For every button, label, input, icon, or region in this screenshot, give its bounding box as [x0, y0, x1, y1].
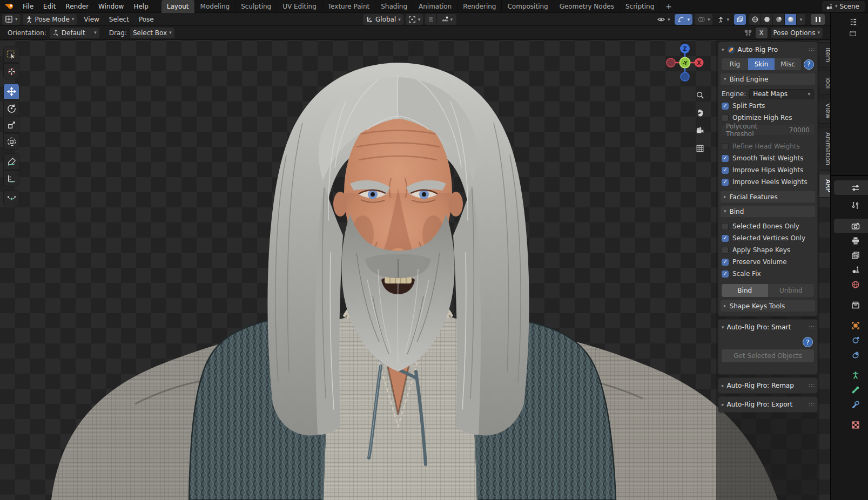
workspace-tab-scripting[interactable]: Scripting [620, 0, 660, 13]
workspace-tab-compositing[interactable]: Compositing [502, 0, 554, 13]
checkbox-scale-fix[interactable]: ✓ Scale Fix [722, 268, 814, 280]
annotate-tool[interactable] [3, 153, 19, 170]
cursor-tool[interactable] [3, 63, 19, 79]
checkbox-selected-vertices-only[interactable]: ✓ Selected Vertices Only [722, 232, 814, 244]
workspace-tab-sculpting[interactable]: Sculpting [235, 0, 277, 13]
transform-tool[interactable] [3, 133, 19, 150]
orientation-default-dropdown[interactable]: Default ▾ [50, 28, 99, 38]
properties-tab-collection[interactable] [831, 298, 868, 312]
shading-rendered-button[interactable] [785, 14, 797, 25]
editor-type-button[interactable]: ▾ [2, 14, 21, 25]
section-shape-keys-tools[interactable]: ▸ Shape Keys Tools [721, 300, 815, 312]
properties-tab-physics[interactable] [831, 333, 868, 347]
sidebar-tab-tool[interactable]: Tool [819, 71, 830, 94]
panel-drag-handle[interactable]: ∷∷ [809, 47, 814, 52]
blender-logo-icon[interactable] [4, 3, 14, 10]
panel-drag-handle[interactable]: ∷∷ [809, 383, 814, 388]
menu-help[interactable]: Help [129, 1, 152, 12]
workspace-tab-texture-paint[interactable]: Texture Paint [322, 0, 375, 13]
pose-breakdowner-tool[interactable] [3, 190, 19, 206]
show-overlays-toggle[interactable]: ▾ [695, 14, 713, 25]
properties-tab-tool[interactable] [831, 198, 868, 213]
measure-tool[interactable] [3, 170, 19, 186]
pivot-point-dropdown[interactable]: ▾ [406, 14, 423, 25]
object-visibility-dropdown[interactable]: ▾ [654, 14, 673, 25]
get-selected-objects-button[interactable]: Get Selected Objects [722, 349, 814, 362]
shading-material-button[interactable] [773, 14, 785, 25]
properties-tab-bone[interactable] [831, 382, 868, 397]
section-bind-engine[interactable]: ▾ Bind Engine [721, 73, 815, 85]
properties-tab-object-constraints[interactable] [831, 347, 868, 362]
tab-rig[interactable]: Rig [722, 58, 748, 70]
shading-wireframe-button[interactable] [749, 14, 761, 25]
panel-header-remap[interactable]: ▸ Auto-Rig Pro: Remap ∷∷ [722, 380, 814, 391]
polycount-threshold-field[interactable]: Polycount Threshol 70000 [722, 125, 814, 135]
workspace-tab-rendering[interactable]: Rendering [457, 0, 502, 13]
add-workspace-button[interactable]: + [660, 0, 677, 13]
show-gizmos-toggle[interactable]: ▾ [675, 14, 692, 25]
menu-edit[interactable]: Edit [39, 1, 60, 12]
scene-selector[interactable]: ▾ Scene [822, 1, 865, 12]
properties-tab-armature-data[interactable] [831, 368, 868, 382]
unbind-button[interactable]: Unbind [768, 284, 815, 297]
properties-tab-object[interactable] [831, 318, 868, 333]
help-button[interactable]: ? [804, 59, 814, 70]
checkbox-improve-hips-weights[interactable]: ✓ Improve Hips Weights [722, 164, 814, 176]
properties-tab-view-layer[interactable] [831, 248, 868, 262]
mirror-x-toggle[interactable]: X [756, 28, 768, 38]
gizmo-axis-neg-z[interactable] [681, 72, 689, 81]
shading-dropdown[interactable]: ▾ [797, 14, 805, 25]
engine-dropdown[interactable]: Heat Maps ▾ [749, 89, 814, 99]
properties-tab-texture[interactable] [831, 417, 868, 432]
panel-drag-handle[interactable]: ∷∷ [809, 402, 814, 407]
shading-solid-button[interactable] [761, 14, 773, 25]
panel-drag-handle[interactable]: ∷∷ [809, 325, 814, 330]
menu-render[interactable]: Render [61, 1, 93, 12]
camera-view-button[interactable] [693, 124, 707, 138]
section-facial-features[interactable]: ▸ Facial Features [721, 191, 815, 202]
menu-pose[interactable]: Pose [134, 14, 159, 25]
rotate-tool[interactable] [3, 100, 19, 116]
properties-tab-bone-constraints[interactable] [831, 397, 868, 411]
scale-tool[interactable] [3, 117, 19, 133]
pause-button[interactable] [811, 14, 825, 25]
snap-settings-dropdown[interactable]: ▾ [437, 14, 456, 25]
checkbox-preserve-volume[interactable]: ✓ Preserve Volume [722, 256, 814, 268]
tab-misc[interactable]: Misc [775, 58, 801, 70]
zoom-button[interactable] [693, 88, 707, 102]
menu-file[interactable]: File [18, 1, 38, 12]
properties-editor-type-button[interactable] [834, 180, 868, 195]
workspace-tab-animation[interactable]: Animation [413, 0, 457, 13]
transform-orientation-dropdown[interactable]: Global ▾ [363, 14, 403, 25]
checkbox-improve-heels-weights[interactable]: ✓ Improve Heels Weights [722, 176, 814, 188]
checkbox-split-parts[interactable]: ✓ Split Parts [722, 100, 814, 112]
snap-toggle[interactable] [425, 14, 437, 25]
panel-header-export[interactable]: ▸ Auto-Rig Pro: Export ∷∷ [722, 399, 814, 410]
navigation-gizmo[interactable]: Z X -Y [665, 43, 704, 82]
checkbox-selected-bones-only[interactable]: ✓ Selected Bones Only [722, 220, 814, 232]
armature-display-dropdown[interactable]: ▾ [715, 14, 732, 25]
panel-header-auto-rig-pro[interactable]: ▾ Auto-Rig Pro ∷∷ [722, 44, 814, 55]
toggle-xray-button[interactable] [734, 14, 746, 25]
pan-hand-button[interactable] [693, 106, 707, 120]
sidebar-tab-animation[interactable]: Animation [819, 127, 830, 171]
workspace-tab-geometry-nodes[interactable]: Geometry Nodes [554, 0, 620, 13]
pose-options-dropdown[interactable]: Pose Options ▾ [771, 28, 823, 38]
properties-tab-render[interactable] [834, 219, 868, 233]
workspace-tab-modeling[interactable]: Modeling [195, 0, 236, 13]
toggle-ortho-button[interactable] [693, 141, 707, 156]
workspace-tab-layout[interactable]: Layout [162, 0, 195, 13]
drag-mode-dropdown[interactable]: Select Box ▾ [130, 28, 174, 38]
menu-view[interactable]: View [79, 14, 104, 25]
sidebar-tab-arp[interactable]: ARP [819, 174, 830, 198]
menu-window[interactable]: Window [94, 1, 128, 12]
checkbox-apply-shape-keys[interactable]: ✓ Apply Shape Keys [722, 244, 814, 256]
outliner-editor[interactable] [831, 13, 868, 176]
workspace-tab-uv-editing[interactable]: UV Editing [277, 0, 322, 13]
workspace-tab-shading[interactable]: Shading [375, 0, 413, 13]
panel-header-smart[interactable]: ▾ Auto-Rig Pro: Smart ∷∷ [722, 322, 814, 333]
tab-skin[interactable]: Skin [748, 58, 775, 70]
mode-selector[interactable]: Pose Mode ▾ [23, 14, 77, 25]
section-bind[interactable]: ▾ Bind [721, 206, 815, 217]
sidebar-tab-view[interactable]: View [819, 98, 830, 124]
